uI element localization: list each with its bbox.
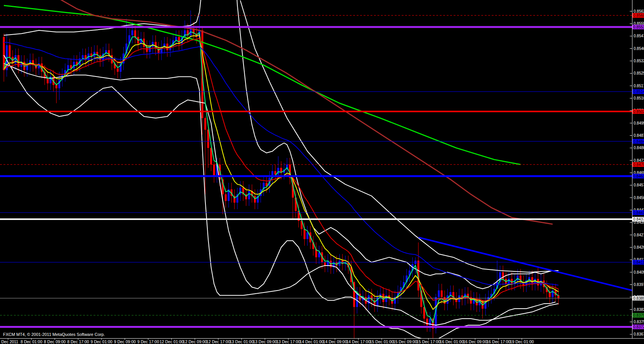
copyright-text: FXCM MT4, © 2001-2011 MetaQuotes Softwar… [3,332,105,337]
price-line-label: 0.84700 [633,163,644,167]
time-label: 7 Dec 2011 [0,339,18,344]
candle-body [426,319,428,325]
price-line-label: 0.85140 [633,90,644,94]
price-line-label: 0.83893 [633,296,644,301]
time-label: 9 Dec 01:00 [90,339,112,344]
chart-background [0,0,644,344]
price-tick-label: 0.84800 [634,146,644,150]
time-label: 14 Dec 01:00 [300,339,324,344]
price-line-label: 0.85600 [633,13,644,18]
candle-body [385,296,387,302]
price-tick-label: 0.83750 [634,320,644,324]
time-label: 8 Dec 17:00 [67,339,89,344]
time-label: 15 Dec 09:00 [393,339,417,344]
price-tick-label: 0.83825 [634,307,644,312]
candle-body [204,118,206,130]
candle-body [307,233,309,239]
price-tick-label: 0.84500 [634,196,644,200]
time-label: 9 Dec 09:00 [114,339,136,344]
price-tick-label: 0.83675 [634,332,644,336]
mt4-chart-window: 0.856250.855500.854750.854000.853250.852… [0,0,644,344]
candle-body [207,130,209,148]
time-label: 13 Dec 01:00 [230,339,254,344]
candle-body [248,191,250,199]
price-tick-label: 0.85475 [634,34,644,38]
price-tick-label: 0.84050 [634,270,644,274]
price-tick-label: 0.84200 [634,245,644,249]
time-label: 12 Dec 17:00 [206,339,230,344]
price-tick-label: 0.84575 [634,183,644,187]
price-line-label: 0.84110 [633,260,644,264]
candle-body [131,30,133,35]
candle-body [9,45,11,57]
candle-body [213,165,215,176]
time-label: 12 Dec 09:00 [183,339,207,344]
candle-body [508,279,510,284]
candle-body [304,229,305,239]
candle-body [274,171,276,174]
time-label: 14 Dec 09:00 [323,339,347,344]
candle-body [254,196,256,203]
time-label: 19 Dec 01:00 [510,339,534,344]
candle-body [441,291,443,297]
time-label: 12 Dec 01:00 [160,339,184,344]
candle-body [55,85,57,88]
chart-canvas[interactable]: 0.856250.855500.854750.854000.853250.852… [0,0,644,344]
price-tick-label: 0.85325 [634,59,644,63]
time-label: 16 Dec 01:00 [440,339,464,344]
candle-body [324,262,326,266]
candle-body [447,296,449,304]
price-tick-label: 0.85175 [634,84,644,88]
candle-body [117,68,118,72]
candle-body [225,194,227,201]
candle-body [438,291,440,297]
time-label: 9 Dec 17:00 [137,339,159,344]
price-tick-label: 0.83975 [634,283,644,287]
candle-body [47,78,48,83]
price-line-label: 0.84840 [633,140,644,144]
candle-body [178,37,180,43]
price-tick-label: 0.85625 [634,9,644,13]
time-label: 13 Dec 09:00 [253,339,277,344]
time-label: 16 Dec 09:00 [463,339,487,344]
time-label: 8 Dec 09:00 [44,339,66,344]
price-line-label: 0.84370 [633,217,644,221]
candle-body [175,37,177,40]
price-tick-label: 0.85400 [634,47,644,51]
price-tick-label: 0.84725 [634,158,644,163]
time-label: 13 Dec 17:00 [276,339,300,344]
time-label: 16 Dec 17:00 [486,339,511,344]
candle-body [277,168,279,174]
time-label: 15 Dec 17:00 [416,339,440,344]
candle-body [134,30,136,37]
time-label: 14 Dec 17:00 [346,339,370,344]
candle-body [517,276,519,281]
time-label: 8 Dec 01:00 [20,339,42,344]
price-line-label: 0.84630 [633,174,644,178]
price-line-label: 0.83720 [633,325,644,329]
candle-body [382,294,384,302]
time-label: 15 Dec 01:00 [370,339,394,344]
price-tick-label: 0.84875 [634,133,644,138]
price-line-label: 0.85020 [633,110,644,114]
price-line-label: 0.85530 [633,25,644,29]
price-tick-label: 0.84275 [634,233,644,237]
price-tick-label: 0.85100 [634,96,644,100]
price-tick-label: 0.84950 [634,121,644,125]
price-tick-label: 0.85250 [634,71,644,75]
price-line-label: 0.84410 [633,211,644,215]
candle-body [82,55,83,59]
price-line-label: 0.83790 [633,313,644,317]
